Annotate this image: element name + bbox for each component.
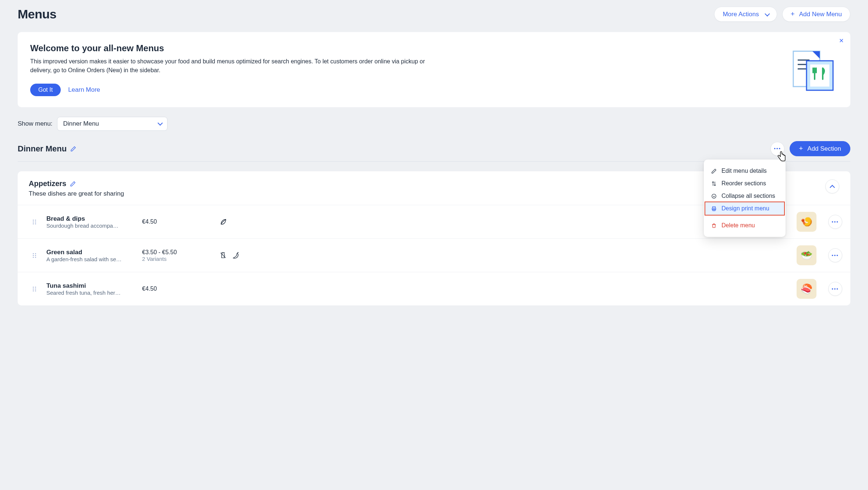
leaf-icon xyxy=(219,218,227,226)
popover-item-label: Collapse all sections xyxy=(721,193,775,199)
show-menu-label: Show menu: xyxy=(18,120,53,127)
menu-select[interactable]: Dinner Menu xyxy=(57,117,167,131)
popover-design-print-menu[interactable]: Design print menu xyxy=(705,202,784,215)
item-label-icons xyxy=(219,218,300,226)
menu-more-button[interactable] xyxy=(770,142,784,156)
more-actions-button[interactable]: More Actions xyxy=(714,7,777,22)
no-milk-icon xyxy=(219,251,227,259)
item-description: Seared fresh tuna, fresh her… xyxy=(46,290,131,296)
welcome-illustration xyxy=(790,43,838,96)
menu-name-heading: Dinner Menu xyxy=(18,144,76,154)
more-actions-label: More Actions xyxy=(723,11,759,18)
item-name: Bread & dips xyxy=(46,215,138,223)
welcome-title: Welcome to your all-new Menus xyxy=(30,43,435,53)
item-description: A garden-fresh salad with se… xyxy=(46,256,131,262)
section-subtitle: These dishes are great for sharing xyxy=(29,190,124,197)
item-thumbnail: 🍤 xyxy=(797,212,816,232)
menu-item-row[interactable]: Tuna sashimi Seared fresh tuna, fresh he… xyxy=(18,272,850,305)
item-label-icons xyxy=(219,251,300,259)
item-thumbnail: 🍣 xyxy=(797,279,816,299)
collapse-section-button[interactable] xyxy=(825,179,839,193)
drag-handle-icon[interactable] xyxy=(26,253,43,258)
popover-item-label: Edit menu details xyxy=(721,168,767,174)
reorder-icon xyxy=(711,181,717,186)
item-more-button[interactable] xyxy=(828,248,842,262)
welcome-body: This improved version makes it easier to… xyxy=(30,57,435,75)
section-title: Appetizers xyxy=(29,179,76,188)
chevron-up-icon xyxy=(830,185,835,190)
popover-edit-menu-details[interactable]: Edit menu details xyxy=(704,165,786,177)
popover-delete-menu[interactable]: Delete menu xyxy=(704,219,786,232)
svg-point-7 xyxy=(712,194,716,198)
popover-item-label: Design print menu xyxy=(721,205,769,212)
dots-horizontal-icon xyxy=(832,286,839,292)
popover-item-label: Delete menu xyxy=(721,222,755,229)
add-new-menu-label: Add New Menu xyxy=(799,11,842,18)
page-title: Menus xyxy=(18,7,56,21)
popover-collapse-all[interactable]: Collapse all sections xyxy=(704,190,786,202)
print-icon xyxy=(711,206,717,211)
item-description: Sourdough bread accompa… xyxy=(46,223,131,229)
collapse-icon xyxy=(711,193,717,199)
drag-handle-icon[interactable] xyxy=(26,287,43,291)
dots-horizontal-icon xyxy=(832,253,839,258)
trash-icon xyxy=(711,223,717,228)
drag-handle-icon[interactable] xyxy=(26,220,43,224)
item-name: Green salad xyxy=(46,249,138,256)
pencil-icon[interactable] xyxy=(70,181,76,187)
menu-actions-popover: Edit menu details Reorder sections Colla… xyxy=(704,160,786,237)
dots-horizontal-icon xyxy=(832,219,839,225)
item-more-button[interactable] xyxy=(828,215,842,229)
chevron-down-icon xyxy=(158,120,163,126)
add-section-button[interactable]: Add Section xyxy=(790,141,850,156)
pencil-icon xyxy=(711,168,717,174)
add-section-label: Add Section xyxy=(807,145,841,153)
item-more-button[interactable] xyxy=(828,282,842,296)
plus-icon xyxy=(799,145,804,153)
pencil-icon[interactable] xyxy=(70,146,76,152)
dots-horizontal-icon xyxy=(774,146,781,151)
item-price: €4.50 xyxy=(142,286,216,292)
popover-reorder-sections[interactable]: Reorder sections xyxy=(704,177,786,190)
item-name: Tuna sashimi xyxy=(46,282,138,290)
got-it-button[interactable]: Got It xyxy=(30,84,61,96)
menu-select-value: Dinner Menu xyxy=(63,120,99,127)
add-new-menu-button[interactable]: Add New Menu xyxy=(782,7,850,22)
item-price: €3.50 - €5.50 xyxy=(142,249,216,256)
item-thumbnail: 🥗 xyxy=(797,245,816,265)
welcome-banner: ✕ Welcome to your all-new Menus This imp… xyxy=(18,32,850,107)
popover-item-label: Reorder sections xyxy=(721,180,766,187)
plus-icon xyxy=(791,10,795,18)
item-price: €4.50 xyxy=(142,218,216,225)
chevron-down-icon xyxy=(763,11,769,18)
close-icon[interactable]: ✕ xyxy=(839,37,844,44)
learn-more-link[interactable]: Learn More xyxy=(68,86,100,94)
menu-item-row[interactable]: Green salad A garden-fresh salad with se… xyxy=(18,238,850,272)
item-variants: 2 Variants xyxy=(142,256,216,262)
chili-icon xyxy=(232,251,240,259)
section-title-text: Appetizers xyxy=(29,179,66,188)
menu-name-text: Dinner Menu xyxy=(18,144,67,154)
